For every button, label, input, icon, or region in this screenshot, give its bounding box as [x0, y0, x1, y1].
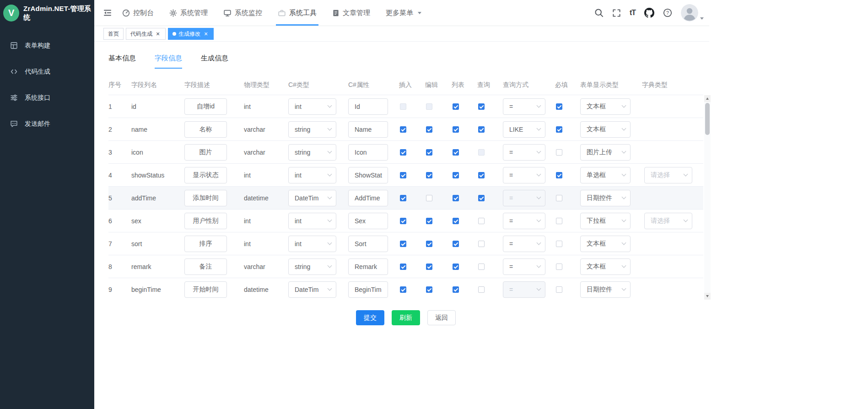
query-type-select[interactable]: = [503, 144, 545, 161]
user-menu[interactable] [681, 4, 704, 22]
display-type-select[interactable]: 单选框 [580, 167, 631, 183]
nav-item-console[interactable]: 控制台 [122, 0, 154, 26]
query-type-select[interactable]: = [503, 213, 545, 229]
question-icon[interactable]: ? [663, 8, 672, 17]
edit-checkbox[interactable] [426, 126, 432, 133]
list-checkbox[interactable] [453, 103, 459, 110]
column-desc-input[interactable] [184, 236, 227, 252]
required-checkbox[interactable] [556, 195, 562, 201]
cs-type-select[interactable]: int [288, 167, 336, 183]
edit-checkbox[interactable] [426, 218, 432, 224]
cs-type-select[interactable]: int [288, 213, 336, 229]
insert-checkbox[interactable] [400, 103, 406, 110]
insert-checkbox[interactable] [400, 126, 406, 133]
query-checkbox[interactable] [478, 286, 485, 293]
table-scrollbar[interactable] [704, 95, 711, 300]
column-desc-input[interactable] [184, 98, 227, 115]
edit-checkbox[interactable] [426, 149, 432, 156]
required-checkbox[interactable] [556, 149, 562, 156]
tag-code-gen[interactable]: 代码生成 × [126, 28, 166, 40]
insert-checkbox[interactable] [400, 286, 406, 293]
search-icon[interactable] [594, 8, 604, 17]
tab-field-info[interactable]: 字段信息 [155, 54, 182, 69]
edit-checkbox[interactable] [426, 241, 432, 247]
nav-item-system-tools[interactable]: 系统工具 [278, 0, 317, 26]
list-checkbox[interactable] [453, 195, 459, 201]
required-checkbox[interactable] [556, 103, 562, 110]
nav-item-system-monitor[interactable]: 系统监控 [223, 0, 262, 26]
display-type-select[interactable]: 文本框 [580, 258, 631, 275]
tab-basic-info[interactable]: 基本信息 [108, 54, 136, 69]
cs-prop-input[interactable] [348, 281, 388, 298]
scroll-down-icon[interactable] [704, 293, 711, 300]
list-checkbox[interactable] [453, 172, 459, 178]
close-icon[interactable]: × [203, 31, 209, 37]
query-checkbox[interactable] [478, 103, 485, 110]
insert-checkbox[interactable] [400, 172, 406, 178]
app-logo[interactable]: V ZrAdmin.NET-管理系统 [0, 0, 94, 26]
sidebar-item-send-mail[interactable]: 发送邮件 [0, 111, 94, 137]
required-checkbox[interactable] [556, 241, 562, 247]
query-type-select[interactable]: = [503, 98, 545, 115]
column-desc-input[interactable] [184, 281, 227, 298]
required-checkbox[interactable] [556, 126, 562, 133]
close-icon[interactable]: × [155, 31, 161, 37]
list-checkbox[interactable] [453, 264, 459, 270]
back-button[interactable]: 返回 [427, 310, 456, 325]
display-type-select[interactable]: 文本框 [580, 98, 631, 115]
insert-checkbox[interactable] [400, 195, 406, 201]
cs-prop-input[interactable] [348, 98, 388, 115]
query-checkbox[interactable] [478, 149, 485, 156]
display-type-select[interactable]: 日期控件 [580, 281, 631, 298]
column-desc-input[interactable] [184, 144, 227, 161]
fullscreen-icon[interactable] [612, 9, 621, 17]
query-type-select[interactable]: = [503, 281, 545, 298]
insert-checkbox[interactable] [400, 241, 406, 247]
edit-checkbox[interactable] [426, 195, 432, 201]
column-desc-input[interactable] [184, 258, 227, 275]
refresh-button[interactable]: 刷新 [392, 310, 420, 325]
github-icon[interactable] [644, 8, 654, 18]
dict-type-select[interactable]: 请选择 [644, 167, 692, 183]
column-desc-input[interactable] [184, 121, 227, 138]
scrollbar-thumb[interactable] [705, 103, 710, 135]
list-checkbox[interactable] [453, 241, 459, 247]
cs-type-select[interactable]: string [288, 258, 336, 275]
edit-checkbox[interactable] [426, 286, 432, 293]
query-checkbox[interactable] [478, 195, 485, 201]
column-desc-input[interactable] [184, 213, 227, 229]
cs-type-select[interactable]: string [288, 121, 336, 138]
query-checkbox[interactable] [478, 126, 485, 133]
sidebar-item-code-gen[interactable]: 代码生成 [0, 59, 94, 85]
font-size-icon[interactable]: tT [630, 9, 636, 17]
tag-home[interactable]: 首页 [103, 28, 124, 40]
cs-prop-input[interactable] [348, 144, 388, 161]
required-checkbox[interactable] [556, 172, 562, 178]
cs-type-select[interactable]: DateTim [288, 190, 336, 206]
cs-prop-input[interactable] [348, 121, 388, 138]
submit-button[interactable]: 提交 [356, 310, 384, 325]
column-desc-input[interactable] [184, 167, 227, 183]
dict-type-select[interactable]: 请选择 [644, 213, 692, 229]
sidebar-item-form-build[interactable]: 表单构建 [0, 32, 94, 59]
insert-checkbox[interactable] [400, 218, 406, 224]
scroll-up-icon[interactable] [704, 95, 711, 102]
query-checkbox[interactable] [478, 172, 485, 178]
nav-item-more-menu[interactable]: 更多菜单 [386, 0, 421, 26]
required-checkbox[interactable] [556, 286, 562, 293]
display-type-select[interactable]: 下拉框 [580, 213, 631, 229]
query-type-select[interactable]: = [503, 167, 545, 183]
nav-item-system-manage[interactable]: 系统管理 [169, 0, 208, 26]
cs-type-select[interactable]: int [288, 236, 336, 252]
sidebar-fold-icon[interactable] [103, 8, 112, 17]
sidebar-item-system-api[interactable]: 系统接口 [0, 85, 94, 111]
edit-checkbox[interactable] [426, 103, 432, 110]
query-checkbox[interactable] [478, 218, 485, 224]
query-checkbox[interactable] [478, 241, 485, 247]
cs-prop-input[interactable] [348, 236, 388, 252]
query-checkbox[interactable] [478, 264, 485, 270]
tag-gen-edit[interactable]: 生成修改 × [168, 28, 214, 40]
required-checkbox[interactable] [556, 264, 562, 270]
display-type-select[interactable]: 文本框 [580, 121, 631, 138]
query-type-select[interactable]: = [503, 236, 545, 252]
